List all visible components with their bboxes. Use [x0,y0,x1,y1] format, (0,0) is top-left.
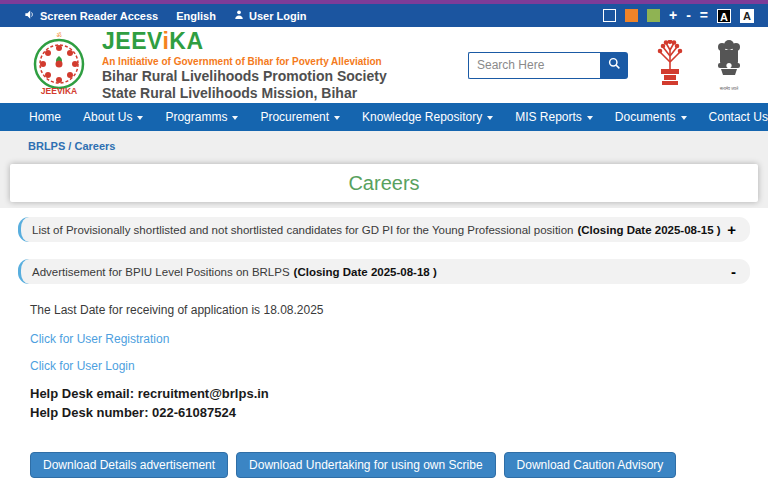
accordion-bpiu-positions[interactable]: Advertisement for BPIU Level Positions o… [18,259,750,284]
careers-content: List of Provisionally shortlisted and no… [0,208,768,493]
chevron-down-icon [232,116,238,120]
chevron-down-icon [137,116,143,120]
utility-bar: Screen Reader Access English User Login … [0,4,768,27]
speaker-icon [24,9,35,22]
theme-default-swatch[interactable] [603,9,616,22]
screen-reader-access-link[interactable]: Screen Reader Access [24,9,158,22]
download-advertisement-button[interactable]: Download Details advertisement [30,452,228,478]
help-desk-number: Help Desk number: 022-61087524 [30,405,738,420]
logo-caption-text: JEEVIKA [41,86,77,96]
breadcrumb[interactable]: BRLPS / Careers [0,140,768,164]
nav-item-procurement[interactable]: Procurement [249,110,351,124]
accordion-closing-date: (Closing Date 2025-08-15 ) [577,224,720,236]
chevron-down-icon [587,116,593,120]
nav-item-home[interactable]: Home [18,110,72,124]
national-emblem-caption: सत्यमेव जयते [714,86,744,91]
chevron-down-icon [681,116,687,120]
search-box [468,52,628,79]
brand-name: JEEViKA [102,28,387,54]
page-title: Careers [348,172,419,195]
user-login-link[interactable]: User Login [234,9,306,22]
brand-tagline: An Initiative of Government of Bihar for… [102,56,387,68]
bihar-government-emblem [654,40,686,90]
help-desk-email: Help Desk email: recruitment@brlps.in [30,386,738,401]
accordion-young-professional[interactable]: List of Provisionally shortlisted and no… [18,217,750,242]
last-date-note: The Last Date for receiving of applicati… [30,303,738,317]
collapse-icon[interactable]: - [731,264,736,279]
nav-item-about-us[interactable]: About Us [72,110,154,124]
nav-item-contact-us[interactable]: Contact Us [698,110,768,124]
accordion-title: List of Provisionally shortlisted and no… [32,224,573,236]
user-login-link[interactable]: Click for User Login [30,359,738,373]
svg-text:ॐ: ॐ [56,32,61,38]
search-input[interactable] [468,52,600,79]
breadcrumb-band: BRLPS / Careers Careers [0,131,768,208]
font-decrease-button[interactable]: - [686,9,691,22]
nav-item-documents[interactable]: Documents [604,110,698,124]
org-name-line2: State Rural Livelihoods Mission, Bihar [102,85,387,101]
nav-item-mis-reports[interactable]: MIS Reports [504,110,604,124]
search-icon [608,57,621,73]
user-registration-link[interactable]: Click for User Registration [30,332,738,346]
national-emblem: सत्यमेव जयते [714,39,744,91]
brand-block: JEEViKA An Initiative of Government of B… [102,28,387,101]
theme-green-swatch[interactable] [647,9,660,22]
archive-careers-row: >> Archive Careers >> [0,478,768,493]
page-title-card: Careers [10,164,758,202]
nav-item-knowledge-repository[interactable]: Knowledge Repository [351,110,504,124]
main-nav: Home About Us Programms Procurement Know… [0,103,768,131]
font-reset-button[interactable]: = [700,9,708,22]
download-caution-advisory-button[interactable]: Download Caution Advisory [504,452,677,478]
language-label: English [176,10,216,22]
download-buttons-row: Download Details advertisement Download … [0,424,768,478]
download-undertaking-button[interactable]: Download Undertaking for using own Scrib… [236,452,495,478]
accordion-closing-date: (Closing Date 2025-08-18 ) [294,266,437,278]
careers-page: Screen Reader Access English User Login … [0,0,768,493]
high-contrast-button[interactable]: A [717,9,731,23]
expand-icon[interactable]: + [727,222,736,237]
chevron-down-icon [334,116,340,120]
chevron-down-icon [487,116,493,120]
theme-orange-swatch[interactable] [625,9,638,22]
accordion-expanded-body: The Last Date for receiving of applicati… [0,301,768,420]
language-toggle[interactable]: English [176,10,216,22]
font-increase-button[interactable]: + [669,9,677,22]
accordion-title: Advertisement for BPIU Level Positions o… [32,266,290,278]
site-header: ॐ JEEVIKA JEEViKA An Initiative of Gover… [0,27,768,103]
jeevika-logo: ॐ JEEVIKA [26,30,92,100]
search-button[interactable] [600,52,628,79]
normal-contrast-button[interactable]: A [740,9,754,23]
user-icon [234,9,244,22]
screen-reader-label: Screen Reader Access [40,10,158,22]
org-name-line1: Bihar Rural Livelihoods Promotion Societ… [102,68,387,84]
user-login-label: User Login [249,10,306,22]
nav-item-programms[interactable]: Programms [154,110,249,124]
